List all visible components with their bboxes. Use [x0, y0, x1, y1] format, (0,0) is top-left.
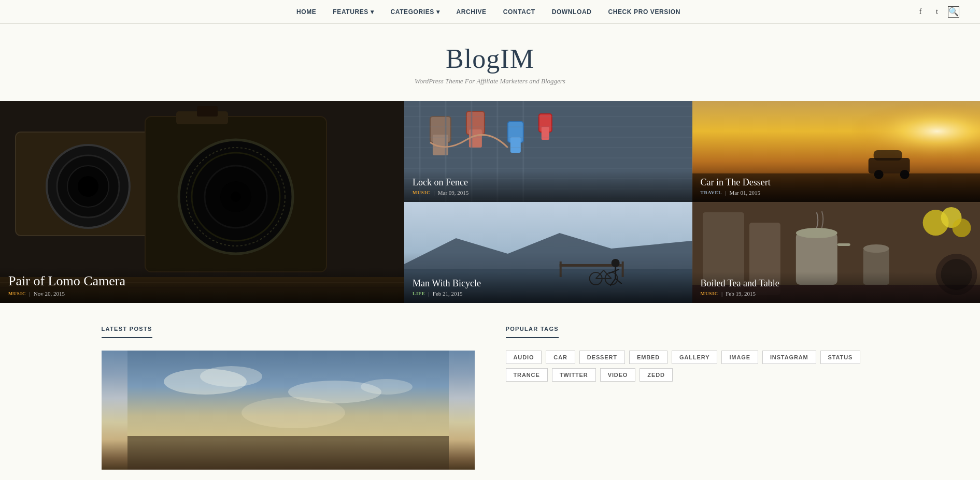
latest-posts-title: LATEST POSTS: [102, 326, 152, 338]
hero-date-camera: Nov 20, 2015: [34, 290, 65, 297]
hero-overlay-camera: Pair of Lomo Camera MUSIC | Nov 20, 2015: [0, 267, 404, 303]
tag-embed[interactable]: EMBED: [629, 351, 667, 364]
facebook-icon[interactable]: f: [915, 6, 926, 18]
svg-point-74: [361, 379, 413, 395]
hero-title-camera: Pair of Lomo Camera: [8, 273, 396, 289]
nav-check-pro[interactable]: CHECK PRO VERSION: [608, 8, 680, 16]
hero-date-lock: Mar 09, 2015: [438, 190, 469, 196]
tag-zedd[interactable]: ZEDD: [640, 368, 672, 382]
tag-instagram[interactable]: INSTAGRAM: [762, 351, 816, 364]
svg-rect-38: [873, 150, 902, 161]
tag-audio[interactable]: AUDIO: [506, 351, 542, 364]
nav-download[interactable]: DOWNLOAD: [552, 8, 592, 16]
latest-post-image[interactable]: [102, 351, 475, 470]
tag-dessert[interactable]: DESSERT: [579, 351, 625, 364]
svg-point-61: [952, 219, 971, 237]
hero-cat-lock: MUSIC: [413, 190, 431, 195]
tag-twitter[interactable]: TWITTER: [552, 368, 596, 382]
nav-social: f t 🔍: [915, 6, 959, 18]
popular-tags-title: POPULAR TAGS: [506, 326, 559, 338]
nav-archive[interactable]: ARCHIVE: [456, 8, 486, 16]
hero-title-tea: Boiled Tea and Table: [701, 278, 972, 289]
nav-categories[interactable]: CATEGORIES ▾: [390, 8, 439, 16]
hero-lock-fence[interactable]: Lock on Fence MUSIC | Mar 09, 2015: [404, 101, 692, 202]
tag-gallery[interactable]: GALLERY: [672, 351, 717, 364]
svg-rect-75: [127, 436, 449, 470]
hero-cat-bicycle: LIFE: [413, 291, 425, 296]
tags-grid: AUDIO CAR DESSERT EMBED GALLERY IMAGE IN…: [506, 351, 879, 382]
hero-cat-camera: MUSIC: [8, 291, 26, 296]
svg-point-51: [612, 259, 620, 267]
search-icon[interactable]: 🔍: [948, 6, 959, 18]
hero-meta-tea: MUSIC | Feb 19, 2015: [701, 290, 972, 297]
nav-links: HOME FEATURES ▾ CATEGORIES ▾ ARCHIVE CON…: [62, 8, 915, 16]
hero-date-bicycle: Feb 21, 2015: [433, 290, 463, 297]
content-section: LATEST POSTS: [50, 303, 931, 480]
nav-contact[interactable]: CONTACT: [503, 8, 535, 16]
hero-meta-camera: MUSIC | Nov 20, 2015: [8, 290, 396, 297]
hero-overlay-tea: Boiled Tea and Table MUSIC | Feb 19, 201…: [692, 272, 981, 303]
hero-lomo-camera[interactable]: Pair of Lomo Camera MUSIC | Nov 20, 2015: [0, 101, 404, 303]
hero-date-car: Mar 01, 2015: [729, 190, 760, 196]
hero-date-tea: Feb 19, 2015: [726, 290, 756, 297]
tag-video[interactable]: VIDEO: [600, 368, 636, 382]
hero-tea-table[interactable]: Boiled Tea and Table MUSIC | Feb 19, 201…: [692, 202, 981, 303]
svg-point-72: [200, 366, 262, 387]
site-title: BlogIM: [0, 43, 980, 74]
hero-meta-bicycle: LIFE | Feb 21, 2015: [413, 290, 684, 297]
hero-title-car: Car in The Dessert: [701, 177, 972, 188]
hero-overlay-lock: Lock on Fence MUSIC | Mar 09, 2015: [404, 171, 692, 202]
svg-point-66: [863, 244, 889, 253]
nav-features[interactable]: FEATURES ▾: [333, 8, 374, 16]
site-subtitle: WordPress Theme For Affiliate Marketers …: [0, 77, 980, 85]
tag-trance[interactable]: TRANCE: [506, 368, 548, 382]
hero-meta-lock: MUSIC | Mar 09, 2015: [413, 190, 684, 196]
site-header: BlogIM WordPress Theme For Affiliate Mar…: [0, 24, 980, 101]
hero-cat-tea: MUSIC: [701, 291, 719, 296]
nav-home[interactable]: HOME: [296, 8, 316, 16]
hero-title-bicycle: Man With Bicycle: [413, 278, 684, 289]
svg-rect-13: [197, 106, 218, 117]
svg-point-11: [231, 192, 241, 202]
hero-overlay-bicycle: Man With Bicycle LIFE | Feb 21, 2015: [404, 272, 692, 303]
latest-posts-section: LATEST POSTS: [102, 324, 475, 470]
hero-title-lock: Lock on Fence: [413, 177, 684, 188]
svg-point-63: [796, 228, 837, 238]
hero-grid: Pair of Lomo Camera MUSIC | Nov 20, 2015: [0, 101, 980, 303]
tag-image[interactable]: IMAGE: [721, 351, 758, 364]
main-nav: HOME FEATURES ▾ CATEGORIES ▾ ARCHIVE CON…: [0, 0, 980, 24]
hero-overlay-car: Car in The Dessert TRAVEL | Mar 01, 2015: [692, 171, 981, 202]
tag-status[interactable]: STATUS: [820, 351, 861, 364]
hero-bicycle[interactable]: Man With Bicycle LIFE | Feb 21, 2015: [404, 202, 692, 303]
svg-rect-64: [837, 243, 850, 246]
hero-car-dessert[interactable]: Car in The Dessert TRAVEL | Mar 01, 2015: [692, 101, 981, 202]
svg-point-5: [78, 176, 98, 197]
popular-tags-section: POPULAR TAGS AUDIO CAR DESSERT EMBED GAL…: [506, 324, 879, 470]
twitter-icon[interactable]: t: [931, 6, 943, 18]
hero-cat-car: TRAVEL: [701, 190, 722, 195]
svg-point-76: [242, 397, 345, 428]
hero-meta-car: TRAVEL | Mar 01, 2015: [701, 190, 972, 196]
tag-car[interactable]: CAR: [546, 351, 575, 364]
